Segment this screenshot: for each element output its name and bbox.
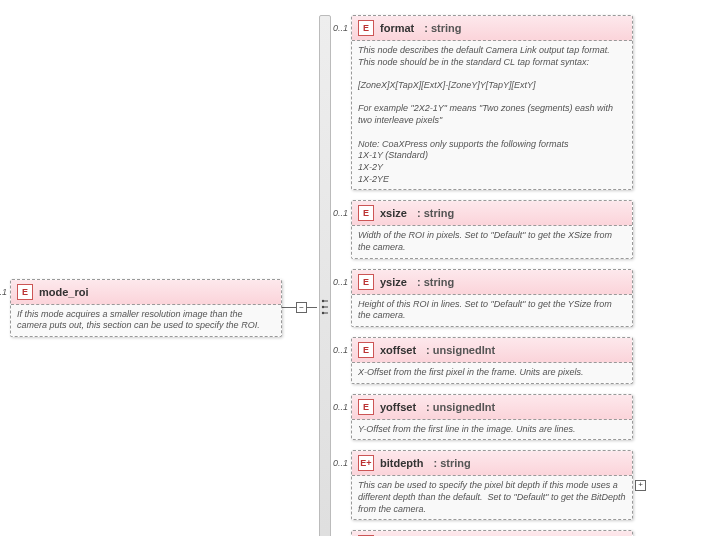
element-type: string [417, 276, 454, 288]
element-badge: E [358, 205, 374, 221]
element-badge: E [358, 20, 374, 36]
element-description: If this mode acquires a smaller resoluti… [11, 305, 281, 336]
sequence-icon [321, 297, 329, 319]
occurrence-label: 0..1 [333, 277, 348, 287]
element-yoffset: 0..1 E yoffset unsignedInt Y-Offset from… [351, 394, 633, 441]
occurrence-label: 0..1 [333, 402, 348, 412]
occurrence-label: 0..1 [0, 287, 7, 297]
sequence-container [319, 15, 331, 536]
element-description: This can be used to specify the pixel bi… [352, 476, 632, 519]
element-name: mode_roi [39, 286, 89, 298]
element-description: X-Offset from the first pixel in the fra… [352, 363, 632, 383]
element-type: unsignedInt [426, 344, 495, 356]
element-description: Y-Offset from the first line in the imag… [352, 420, 632, 440]
element-type: string [417, 207, 454, 219]
occurrence-label: 0..1 [333, 208, 348, 218]
element-description: Height of this ROI in lines. Set to "Def… [352, 295, 632, 326]
element-xsize: 0..1 E xsize string Width of the ROI in … [351, 200, 633, 258]
element-badge: E [17, 284, 33, 300]
occurrence-label: 0..1 [333, 345, 348, 355]
element-ysize: 0..1 E ysize string Height of this ROI i… [351, 269, 633, 327]
schema-diagram: 0..1 E mode_roi If this mode acquires a … [10, 10, 719, 536]
element-badge: E [358, 342, 374, 358]
occurrence-label: 0..1 [333, 23, 348, 33]
element-xoffset: 0..1 E xoffset unsignedInt X-Offset from… [351, 337, 633, 384]
connector [307, 307, 317, 308]
element-badge: E [358, 399, 374, 415]
element-name: ysize [380, 276, 407, 288]
element-name: yoffset [380, 401, 416, 413]
element-mode-roi: 0..1 E mode_roi If this mode acquires a … [10, 279, 282, 337]
element-multi_line_chunk: 0..1 E multi_line_chunk string Use this … [351, 530, 633, 536]
connector [282, 307, 296, 308]
svg-point-1 [322, 306, 324, 308]
element-name: xsize [380, 207, 407, 219]
element-type: string [433, 457, 470, 469]
element-description: Width of the ROI in pixels. Set to "Defa… [352, 226, 632, 257]
collapse-toggle[interactable]: − [296, 302, 307, 313]
element-name: xoffset [380, 344, 416, 356]
element-name: bitdepth [380, 457, 423, 469]
element-description: This node describes the default Camera L… [352, 41, 632, 189]
element-badge: E+ [358, 455, 374, 471]
element-bitdepth: 0..1 E+ bitdepth string This can be used… [351, 450, 633, 520]
expand-toggle[interactable]: + [635, 480, 646, 491]
svg-point-0 [322, 300, 324, 302]
svg-point-2 [322, 312, 324, 314]
occurrence-label: 0..1 [333, 458, 348, 468]
element-name: format [380, 22, 414, 34]
element-badge: E [358, 274, 374, 290]
element-type: string [424, 22, 461, 34]
element-format: 0..1 E format string This node describes… [351, 15, 633, 190]
element-type: unsignedInt [426, 401, 495, 413]
